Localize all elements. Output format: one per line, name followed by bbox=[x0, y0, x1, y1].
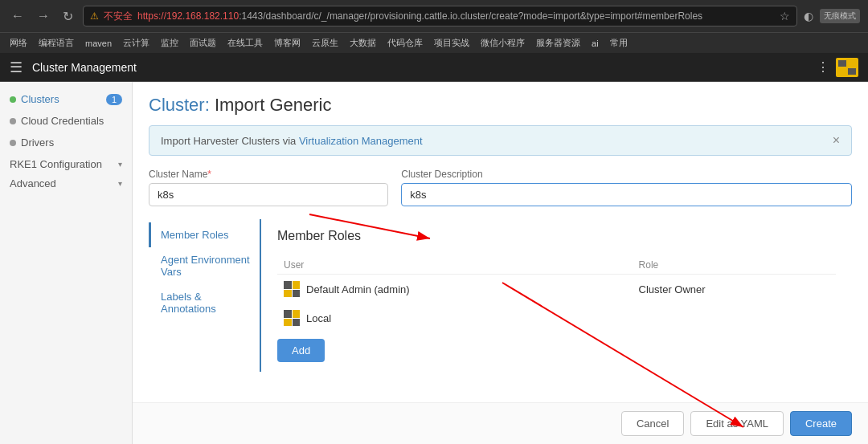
add-button[interactable]: Add bbox=[277, 339, 325, 362]
sidebar: Clusters 1 Cloud Credentials Drivers RKE… bbox=[0, 82, 133, 444]
browser-right-icons: ◐ 无痕模式 bbox=[804, 9, 860, 23]
bookmark-网络[interactable]: 网络 bbox=[5, 35, 32, 51]
bookmark-在线工具[interactable]: 在线工具 bbox=[223, 35, 268, 51]
browser-chrome: ← → ↻ ⚠ 不安全 https://192.168.182.110:1443… bbox=[0, 0, 868, 32]
bookmark-云计算[interactable]: 云计算 bbox=[118, 35, 154, 51]
rancher-logo bbox=[836, 58, 858, 77]
more-options-icon[interactable]: ⋮ bbox=[817, 59, 829, 75]
bookmarks-bar: 网络 编程语言 maven 云计算 监控 面试题 在线工具 博客网 云原生 大数… bbox=[0, 32, 868, 53]
cluster-desc-label: Cluster Description bbox=[401, 169, 852, 180]
user-icon-1 bbox=[284, 281, 300, 297]
main-layout: Clusters 1 Cloud Credentials Drivers RKE… bbox=[0, 82, 868, 444]
page-title-prefix: Cluster: bbox=[149, 95, 215, 115]
url-domain: 192.168.182.110 bbox=[166, 10, 239, 22]
bookmark-项目实战[interactable]: 项目实战 bbox=[429, 35, 474, 51]
page-title-main: Import Generic bbox=[215, 95, 332, 115]
top-nav-right: ⋮ bbox=[817, 58, 858, 77]
form-area: Cluster Name* Cluster Description bbox=[149, 169, 852, 206]
clusters-dot bbox=[10, 96, 16, 103]
app-title: Cluster Management bbox=[32, 61, 137, 74]
table-row: Default Admin (admin) Cluster Owner bbox=[277, 275, 836, 304]
clusters-count: 1 bbox=[106, 94, 122, 105]
bookmark-编程语言[interactable]: 编程语言 bbox=[34, 35, 79, 51]
tab-content-layout: Member Roles Agent Environment Vars Labe… bbox=[149, 219, 852, 372]
col-user-header: User bbox=[277, 256, 633, 275]
top-nav: ☰ Cluster Management ⋮ bbox=[0, 53, 868, 82]
cluster-desc-group: Cluster Description bbox=[401, 169, 852, 206]
user-row-1: Default Admin (admin) bbox=[284, 281, 626, 297]
col-role-header: Role bbox=[633, 256, 836, 275]
sidebar-cloud-credentials-label: Cloud Credentials bbox=[21, 115, 104, 127]
role-cell-1: Cluster Owner bbox=[633, 275, 836, 304]
bookmark-微信小程序[interactable]: 微信小程序 bbox=[476, 35, 530, 51]
drivers-dot bbox=[10, 140, 16, 146]
footer-bar: Cancel Edit as YAML Create bbox=[133, 402, 868, 444]
user-name-1: Default Admin (admin) bbox=[306, 283, 410, 295]
tab-labels-annotations[interactable]: Labels & Annotations bbox=[149, 284, 260, 321]
advanced-group-label: Advanced bbox=[10, 177, 56, 189]
info-banner-text: Import Harvester Clusters via Virtualiza… bbox=[161, 135, 423, 147]
form-row-names: Cluster Name* Cluster Description bbox=[149, 169, 852, 206]
cluster-desc-input[interactable] bbox=[401, 183, 852, 206]
bookmark-大数据[interactable]: 大数据 bbox=[345, 35, 381, 51]
member-roles-panel: Member Roles User Role bbox=[261, 219, 852, 372]
bookmark-云原生[interactable]: 云原生 bbox=[307, 35, 343, 51]
cluster-name-label: Cluster Name* bbox=[149, 169, 388, 180]
security-warning-icon: ⚠ bbox=[90, 10, 99, 22]
info-banner: Import Harvester Clusters via Virtualiza… bbox=[149, 125, 852, 156]
back-button[interactable]: ← bbox=[8, 6, 27, 26]
url-https: https:// bbox=[137, 10, 166, 22]
page-title: Cluster: Import Generic bbox=[149, 95, 852, 116]
sidebar-item-drivers[interactable]: Drivers bbox=[0, 132, 132, 153]
url-text: https://192.168.182.110:1443/dashboard/c… bbox=[137, 10, 702, 22]
sidebar-group-advanced[interactable]: Advanced ▾ bbox=[0, 173, 132, 192]
sidebar-item-cloud-credentials[interactable]: Cloud Credentials bbox=[0, 110, 132, 132]
edit-yaml-button[interactable]: Edit as YAML bbox=[690, 411, 784, 436]
create-button[interactable]: Create bbox=[790, 411, 852, 436]
cancel-button[interactable]: Cancel bbox=[621, 411, 684, 436]
bookmark-服务器资源[interactable]: 服务器资源 bbox=[531, 35, 585, 51]
sidebar-drivers-label: Drivers bbox=[21, 136, 54, 149]
reload-button[interactable]: ↻ bbox=[59, 6, 76, 27]
panel-title: Member Roles bbox=[277, 229, 836, 243]
sidebar-group-rke1[interactable]: RKE1 Configuration ▾ bbox=[0, 153, 132, 173]
user-cell-2: Local bbox=[277, 303, 633, 332]
table-row: Local bbox=[277, 303, 836, 332]
tab-member-roles[interactable]: Member Roles bbox=[149, 222, 260, 247]
roles-table: User Role bbox=[277, 256, 836, 332]
url-path: :1443/dashboard/c/_/manager/provisioning… bbox=[239, 10, 702, 22]
bookmark-常用[interactable]: 常用 bbox=[605, 35, 633, 51]
user-icon-2 bbox=[284, 310, 300, 326]
info-banner-close-icon[interactable]: × bbox=[833, 134, 840, 147]
forward-button[interactable]: → bbox=[34, 6, 53, 26]
role-cell-2 bbox=[633, 303, 836, 332]
advanced-chevron-icon: ▾ bbox=[118, 179, 122, 188]
sidebar-clusters-label: Clusters bbox=[21, 93, 59, 105]
cluster-name-group: Cluster Name* bbox=[149, 169, 388, 206]
user-cell-1: Default Admin (admin) bbox=[277, 275, 633, 304]
app-container: ☰ Cluster Management ⋮ Clusters 1 Cloud … bbox=[0, 53, 868, 444]
bookmark-maven[interactable]: maven bbox=[80, 37, 117, 50]
virtualization-management-link[interactable]: Virtualization Management bbox=[299, 135, 423, 147]
bookmark-面试题[interactable]: 面试题 bbox=[185, 35, 221, 51]
user-name-2: Local bbox=[306, 312, 331, 324]
bookmark-代码仓库[interactable]: 代码仓库 bbox=[383, 35, 428, 51]
required-star: * bbox=[207, 169, 211, 180]
star-icon[interactable]: ☆ bbox=[780, 10, 790, 22]
rke1-chevron-icon: ▾ bbox=[118, 160, 122, 169]
page-header: Cluster: Import Generic bbox=[133, 82, 868, 125]
bookmark-ai[interactable]: ai bbox=[587, 37, 604, 50]
tab-agent-env-vars[interactable]: Agent Environment Vars bbox=[149, 247, 260, 284]
extensions-icon[interactable]: ◐ bbox=[804, 10, 813, 22]
bookmark-监控[interactable]: 监控 bbox=[156, 35, 183, 51]
cluster-name-input[interactable] bbox=[149, 183, 388, 206]
sidebar-item-clusters[interactable]: Clusters 1 bbox=[0, 88, 132, 110]
security-label: 不安全 bbox=[104, 10, 133, 23]
cloud-credentials-dot bbox=[10, 118, 16, 124]
user-row-2: Local bbox=[284, 310, 626, 326]
address-bar[interactable]: ⚠ 不安全 https://192.168.182.110:1443/dashb… bbox=[83, 6, 797, 26]
hamburger-menu[interactable]: ☰ bbox=[10, 59, 23, 76]
bookmark-博客网[interactable]: 博客网 bbox=[269, 35, 305, 51]
incognito-badge: 无痕模式 bbox=[820, 9, 860, 23]
side-tabs: Member Roles Agent Environment Vars Labe… bbox=[149, 219, 261, 372]
